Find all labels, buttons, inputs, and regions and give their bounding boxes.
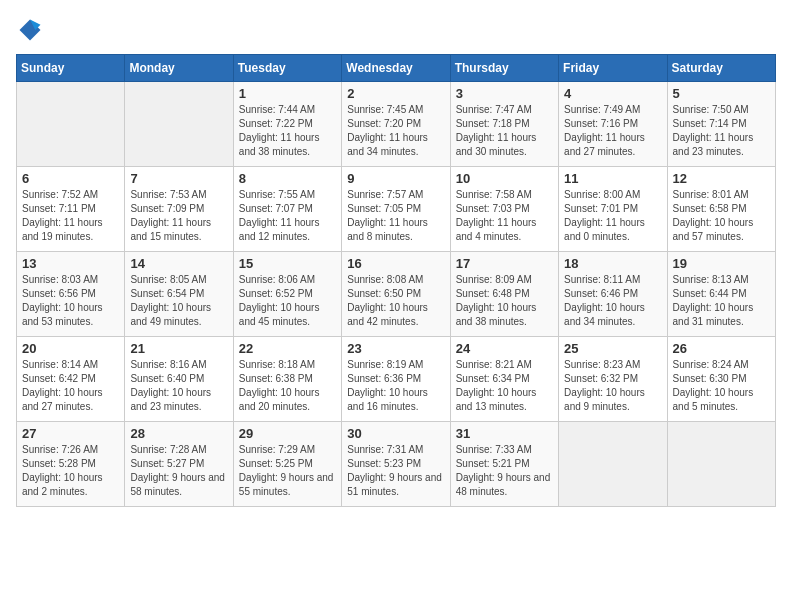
calendar-day-cell: 18 Sunrise: 8:11 AMSunset: 6:46 PMDaylig…	[559, 252, 667, 337]
day-info: Sunrise: 8:14 AMSunset: 6:42 PMDaylight:…	[22, 358, 119, 414]
day-number: 16	[347, 256, 444, 271]
calendar-day-cell: 21 Sunrise: 8:16 AMSunset: 6:40 PMDaylig…	[125, 337, 233, 422]
day-info: Sunrise: 7:58 AMSunset: 7:03 PMDaylight:…	[456, 188, 553, 244]
day-info: Sunrise: 8:06 AMSunset: 6:52 PMDaylight:…	[239, 273, 336, 329]
calendar-day-cell: 12 Sunrise: 8:01 AMSunset: 6:58 PMDaylig…	[667, 167, 775, 252]
day-number: 31	[456, 426, 553, 441]
calendar-week-row: 1 Sunrise: 7:44 AMSunset: 7:22 PMDayligh…	[17, 82, 776, 167]
day-info: Sunrise: 8:13 AMSunset: 6:44 PMDaylight:…	[673, 273, 770, 329]
calendar-day-cell: 25 Sunrise: 8:23 AMSunset: 6:32 PMDaylig…	[559, 337, 667, 422]
calendar-day-cell: 27 Sunrise: 7:26 AMSunset: 5:28 PMDaylig…	[17, 422, 125, 507]
day-info: Sunrise: 8:21 AMSunset: 6:34 PMDaylight:…	[456, 358, 553, 414]
calendar-week-row: 20 Sunrise: 8:14 AMSunset: 6:42 PMDaylig…	[17, 337, 776, 422]
page-header	[16, 16, 776, 44]
day-number: 19	[673, 256, 770, 271]
day-number: 15	[239, 256, 336, 271]
calendar-day-cell: 16 Sunrise: 8:08 AMSunset: 6:50 PMDaylig…	[342, 252, 450, 337]
day-number: 14	[130, 256, 227, 271]
day-info: Sunrise: 8:09 AMSunset: 6:48 PMDaylight:…	[456, 273, 553, 329]
calendar-day-cell: 23 Sunrise: 8:19 AMSunset: 6:36 PMDaylig…	[342, 337, 450, 422]
calendar-day-cell: 1 Sunrise: 7:44 AMSunset: 7:22 PMDayligh…	[233, 82, 341, 167]
calendar-day-cell: 13 Sunrise: 8:03 AMSunset: 6:56 PMDaylig…	[17, 252, 125, 337]
calendar-day-cell: 29 Sunrise: 7:29 AMSunset: 5:25 PMDaylig…	[233, 422, 341, 507]
calendar-day-cell: 8 Sunrise: 7:55 AMSunset: 7:07 PMDayligh…	[233, 167, 341, 252]
calendar-day-cell	[667, 422, 775, 507]
day-number: 30	[347, 426, 444, 441]
day-info: Sunrise: 8:18 AMSunset: 6:38 PMDaylight:…	[239, 358, 336, 414]
day-info: Sunrise: 7:45 AMSunset: 7:20 PMDaylight:…	[347, 103, 444, 159]
calendar-day-cell: 20 Sunrise: 8:14 AMSunset: 6:42 PMDaylig…	[17, 337, 125, 422]
calendar-day-cell: 3 Sunrise: 7:47 AMSunset: 7:18 PMDayligh…	[450, 82, 558, 167]
day-info: Sunrise: 7:26 AMSunset: 5:28 PMDaylight:…	[22, 443, 119, 499]
day-info: Sunrise: 7:28 AMSunset: 5:27 PMDaylight:…	[130, 443, 227, 499]
calendar-day-cell: 7 Sunrise: 7:53 AMSunset: 7:09 PMDayligh…	[125, 167, 233, 252]
weekday-header: Wednesday	[342, 55, 450, 82]
day-info: Sunrise: 7:53 AMSunset: 7:09 PMDaylight:…	[130, 188, 227, 244]
calendar-day-cell: 22 Sunrise: 8:18 AMSunset: 6:38 PMDaylig…	[233, 337, 341, 422]
day-info: Sunrise: 7:57 AMSunset: 7:05 PMDaylight:…	[347, 188, 444, 244]
day-number: 9	[347, 171, 444, 186]
weekday-header: Thursday	[450, 55, 558, 82]
calendar-day-cell	[559, 422, 667, 507]
day-number: 1	[239, 86, 336, 101]
day-number: 21	[130, 341, 227, 356]
weekday-header-row: SundayMondayTuesdayWednesdayThursdayFrid…	[17, 55, 776, 82]
day-info: Sunrise: 8:05 AMSunset: 6:54 PMDaylight:…	[130, 273, 227, 329]
day-number: 6	[22, 171, 119, 186]
day-info: Sunrise: 7:47 AMSunset: 7:18 PMDaylight:…	[456, 103, 553, 159]
day-number: 27	[22, 426, 119, 441]
logo	[16, 16, 48, 44]
day-number: 3	[456, 86, 553, 101]
logo-icon	[16, 16, 44, 44]
calendar-day-cell: 15 Sunrise: 8:06 AMSunset: 6:52 PMDaylig…	[233, 252, 341, 337]
day-info: Sunrise: 8:03 AMSunset: 6:56 PMDaylight:…	[22, 273, 119, 329]
day-info: Sunrise: 7:55 AMSunset: 7:07 PMDaylight:…	[239, 188, 336, 244]
calendar-day-cell: 31 Sunrise: 7:33 AMSunset: 5:21 PMDaylig…	[450, 422, 558, 507]
weekday-header: Saturday	[667, 55, 775, 82]
day-number: 20	[22, 341, 119, 356]
day-number: 8	[239, 171, 336, 186]
day-info: Sunrise: 8:11 AMSunset: 6:46 PMDaylight:…	[564, 273, 661, 329]
day-info: Sunrise: 7:52 AMSunset: 7:11 PMDaylight:…	[22, 188, 119, 244]
calendar-day-cell: 26 Sunrise: 8:24 AMSunset: 6:30 PMDaylig…	[667, 337, 775, 422]
day-info: Sunrise: 7:49 AMSunset: 7:16 PMDaylight:…	[564, 103, 661, 159]
calendar-day-cell: 28 Sunrise: 7:28 AMSunset: 5:27 PMDaylig…	[125, 422, 233, 507]
calendar-day-cell	[125, 82, 233, 167]
day-number: 24	[456, 341, 553, 356]
day-info: Sunrise: 8:24 AMSunset: 6:30 PMDaylight:…	[673, 358, 770, 414]
day-number: 5	[673, 86, 770, 101]
calendar-day-cell: 9 Sunrise: 7:57 AMSunset: 7:05 PMDayligh…	[342, 167, 450, 252]
day-info: Sunrise: 8:08 AMSunset: 6:50 PMDaylight:…	[347, 273, 444, 329]
day-number: 26	[673, 341, 770, 356]
day-number: 18	[564, 256, 661, 271]
day-info: Sunrise: 8:19 AMSunset: 6:36 PMDaylight:…	[347, 358, 444, 414]
calendar-day-cell: 4 Sunrise: 7:49 AMSunset: 7:16 PMDayligh…	[559, 82, 667, 167]
calendar-week-row: 13 Sunrise: 8:03 AMSunset: 6:56 PMDaylig…	[17, 252, 776, 337]
calendar-table: SundayMondayTuesdayWednesdayThursdayFrid…	[16, 54, 776, 507]
calendar-day-cell: 2 Sunrise: 7:45 AMSunset: 7:20 PMDayligh…	[342, 82, 450, 167]
day-info: Sunrise: 8:23 AMSunset: 6:32 PMDaylight:…	[564, 358, 661, 414]
day-info: Sunrise: 8:01 AMSunset: 6:58 PMDaylight:…	[673, 188, 770, 244]
day-info: Sunrise: 7:31 AMSunset: 5:23 PMDaylight:…	[347, 443, 444, 499]
calendar-day-cell: 6 Sunrise: 7:52 AMSunset: 7:11 PMDayligh…	[17, 167, 125, 252]
calendar-day-cell: 11 Sunrise: 8:00 AMSunset: 7:01 PMDaylig…	[559, 167, 667, 252]
calendar-day-cell: 30 Sunrise: 7:31 AMSunset: 5:23 PMDaylig…	[342, 422, 450, 507]
day-number: 12	[673, 171, 770, 186]
weekday-header: Friday	[559, 55, 667, 82]
day-info: Sunrise: 7:29 AMSunset: 5:25 PMDaylight:…	[239, 443, 336, 499]
calendar-day-cell: 5 Sunrise: 7:50 AMSunset: 7:14 PMDayligh…	[667, 82, 775, 167]
day-number: 2	[347, 86, 444, 101]
day-number: 22	[239, 341, 336, 356]
calendar-day-cell	[17, 82, 125, 167]
day-number: 4	[564, 86, 661, 101]
calendar-day-cell: 19 Sunrise: 8:13 AMSunset: 6:44 PMDaylig…	[667, 252, 775, 337]
day-number: 17	[456, 256, 553, 271]
calendar-day-cell: 10 Sunrise: 7:58 AMSunset: 7:03 PMDaylig…	[450, 167, 558, 252]
svg-marker-0	[20, 20, 41, 41]
day-number: 23	[347, 341, 444, 356]
calendar-day-cell: 17 Sunrise: 8:09 AMSunset: 6:48 PMDaylig…	[450, 252, 558, 337]
calendar-day-cell: 24 Sunrise: 8:21 AMSunset: 6:34 PMDaylig…	[450, 337, 558, 422]
day-number: 29	[239, 426, 336, 441]
calendar-week-row: 27 Sunrise: 7:26 AMSunset: 5:28 PMDaylig…	[17, 422, 776, 507]
calendar-day-cell: 14 Sunrise: 8:05 AMSunset: 6:54 PMDaylig…	[125, 252, 233, 337]
